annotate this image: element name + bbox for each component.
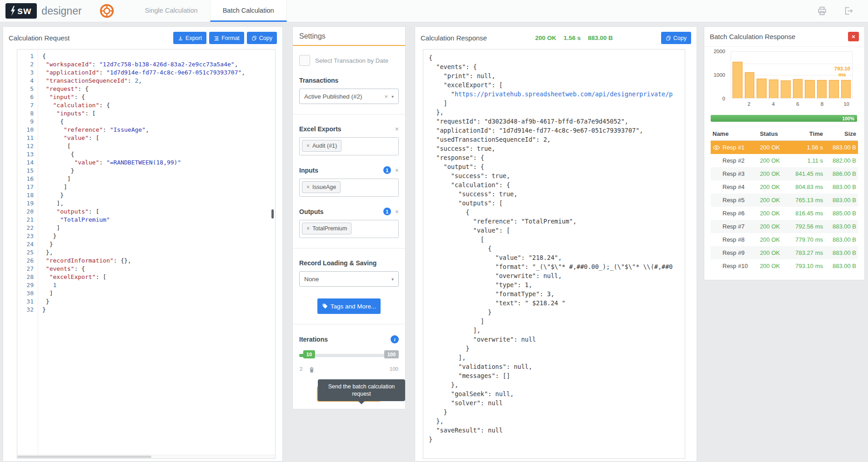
clear-selection-icon[interactable]: × (381, 93, 391, 100)
trash-icon[interactable] (309, 367, 314, 373)
tag-item[interactable]: ×Audit (#1) (302, 140, 341, 152)
tag-remove-icon[interactable]: × (306, 143, 310, 149)
tag-remove-icon[interactable]: × (306, 184, 310, 190)
chart-bar[interactable] (733, 62, 743, 98)
print-icon[interactable] (817, 6, 827, 16)
response-size-cell[interactable]: 883.00 B (825, 141, 858, 154)
lifebuoy-icon[interactable] (99, 3, 115, 19)
format-button[interactable]: Format (209, 32, 244, 44)
response-time-cell[interactable]: 779.70 ms (787, 233, 825, 246)
response-time-cell[interactable]: 1.11 s (787, 154, 825, 167)
response-size-cell[interactable]: 886.00 B (825, 167, 858, 180)
response-status-cell[interactable]: 200 OK (758, 220, 787, 233)
response-status-cell[interactable]: 200 OK (758, 246, 787, 259)
response-name-cell[interactable]: Resp #9 (711, 246, 758, 259)
response-time-cell[interactable]: 793.10 ms (787, 259, 825, 273)
response-size-cell[interactable]: 883.00 B (825, 180, 858, 194)
clear-excel-exports-icon[interactable]: × (395, 125, 399, 133)
chart-bar[interactable] (817, 80, 827, 98)
chart-bar[interactable] (841, 80, 851, 98)
table-header-name[interactable]: Name (711, 127, 758, 141)
response-time-cell[interactable]: 804.83 ms (787, 180, 825, 194)
response-size-cell[interactable]: 883.00 B (825, 233, 858, 246)
info-icon[interactable]: i (391, 335, 399, 343)
response-time-cell[interactable]: 816.45 ms (787, 207, 825, 220)
sign-out-icon[interactable] (843, 6, 853, 16)
chart-bar[interactable] (757, 79, 767, 98)
app-logo[interactable]: sw (5, 3, 37, 19)
response-time-cell[interactable]: 1.56 s (787, 141, 825, 154)
chart-bar[interactable] (769, 79, 779, 98)
horizontal-scrollbar[interactable] (17, 455, 275, 458)
response-time-cell[interactable]: 792.56 ms (787, 220, 825, 233)
table-header-status[interactable]: Status (758, 127, 787, 141)
record-loading-select[interactable]: None ▾ (299, 271, 399, 287)
table-row[interactable]: Resp #6200 OK816.45 ms885.00 B (711, 207, 858, 220)
iterations-slider[interactable]: 10 100 2 100 (299, 346, 399, 373)
response-status-cell[interactable]: 200 OK (758, 154, 787, 167)
table-row[interactable]: Resp #10200 OK793.10 ms883.00 B (711, 259, 858, 273)
response-size-cell[interactable]: 883.00 B (825, 220, 858, 233)
chart-bar[interactable] (745, 72, 755, 98)
copy-response-button[interactable]: Copy (661, 32, 691, 44)
response-status-cell[interactable]: 200 OK (758, 233, 787, 246)
response-name-cell[interactable]: Resp #10 (711, 259, 758, 273)
clear-inputs-icon[interactable]: × (395, 167, 399, 174)
vertical-scrollbar-thumb[interactable] (271, 209, 274, 219)
response-time-cell[interactable]: 783.27 ms (787, 246, 825, 259)
chart-bar[interactable] (793, 79, 803, 98)
response-name-cell[interactable]: Resp #5 (711, 194, 758, 207)
table-row[interactable]: Resp #3200 OK841.45 ms886.00 B (711, 167, 858, 180)
response-time-cell[interactable]: 765.13 ms (787, 194, 825, 207)
tag-remove-icon[interactable]: × (306, 225, 310, 232)
chevron-down-icon[interactable]: ▾ (391, 94, 394, 99)
response-time-cell[interactable]: 841.45 ms (787, 167, 825, 180)
response-name-cell[interactable]: Resp #3 (711, 167, 758, 180)
tag-item[interactable]: ×IssueAge (302, 181, 341, 193)
response-name-cell[interactable]: Resp #4 (711, 180, 758, 194)
chart-bar[interactable] (805, 80, 815, 98)
response-name-cell[interactable]: Resp #7 (711, 220, 758, 233)
response-status-cell[interactable]: 200 OK (758, 259, 787, 273)
table-row[interactable]: Resp #4200 OK804.83 ms883.00 B (711, 180, 858, 194)
export-button[interactable]: Export (173, 32, 206, 44)
response-status-cell[interactable]: 200 OK (758, 180, 787, 194)
response-size-cell[interactable]: 882.00 B (825, 154, 858, 167)
response-status-cell[interactable]: 200 OK (758, 141, 787, 154)
response-status-cell[interactable]: 200 OK (758, 194, 787, 207)
slider-value-handle[interactable]: 10 (303, 350, 315, 358)
response-status-cell[interactable]: 200 OK (758, 167, 787, 180)
request-json-editor[interactable]: 1234567891011121314151617181920212223242… (17, 49, 276, 459)
table-header-size[interactable]: Size (825, 127, 858, 141)
eye-icon[interactable] (713, 144, 720, 151)
editor-code-area[interactable]: { "workspaceId": "12d7c758-b138-426d-83a… (38, 50, 275, 458)
copy-request-button[interactable]: Copy (247, 32, 277, 44)
outputs-tag-input[interactable]: ×TotalPremium (299, 220, 399, 238)
excel-exports-tag-input[interactable]: ×Audit (#1) (299, 137, 399, 155)
response-size-cell[interactable]: 885.00 B (825, 207, 858, 220)
clear-outputs-icon[interactable]: × (395, 208, 399, 215)
response-name-cell[interactable]: Resp #8 (711, 233, 758, 246)
inputs-tag-input[interactable]: ×IssueAge (299, 179, 399, 197)
table-row[interactable]: Resp #9200 OK783.27 ms883.00 B (711, 246, 858, 259)
tab-batch-calculation[interactable]: Batch Calculation (210, 0, 287, 22)
table-header-time[interactable]: Time (787, 127, 825, 141)
horizontal-scrollbar-thumb[interactable] (17, 456, 151, 458)
response-name-cell[interactable]: Resp #2 (711, 154, 758, 167)
response-name-cell[interactable]: Resp #6 (711, 207, 758, 220)
tag-item[interactable]: ×TotalPremium (302, 223, 351, 234)
table-row[interactable]: Resp #1200 OK1.56 s883.00 B (711, 141, 858, 154)
transactions-select[interactable]: Active Published (#2) × ▾ (299, 89, 399, 104)
chart-bar[interactable] (781, 80, 791, 98)
response-size-cell[interactable]: 883.00 B (825, 259, 858, 273)
response-name-cell[interactable]: Resp #1 (711, 141, 758, 154)
close-button[interactable]: × (848, 32, 859, 41)
chart-bar[interactable] (829, 80, 839, 98)
chevron-down-icon[interactable]: ▾ (391, 277, 394, 282)
tab-single-calculation[interactable]: Single Calculation (133, 0, 210, 22)
tags-and-more-button[interactable]: Tags and More... (317, 298, 381, 314)
response-size-cell[interactable]: 883.00 B (825, 194, 858, 207)
table-row[interactable]: Resp #8200 OK779.70 ms883.00 B (711, 233, 858, 246)
response-size-cell[interactable]: 883.00 B (825, 246, 858, 259)
select-transaction-by-date-checkbox[interactable] (299, 55, 310, 66)
